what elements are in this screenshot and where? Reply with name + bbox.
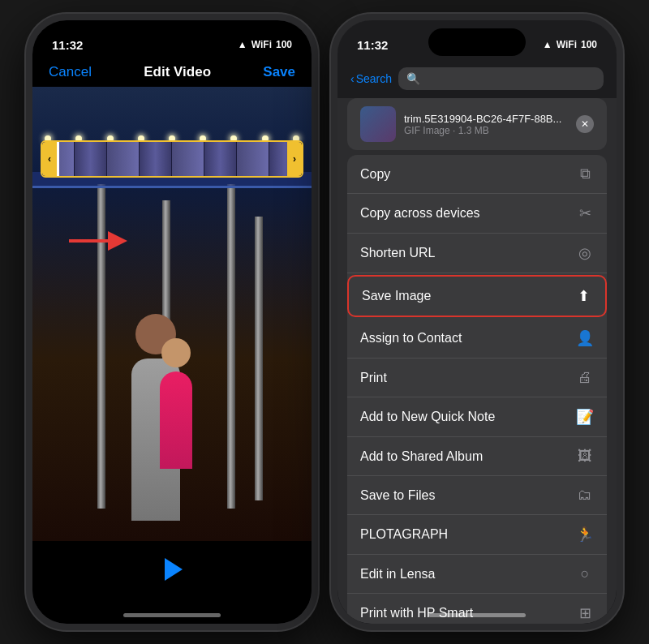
menu-item-copy[interactable]: Copy ⧉ <box>347 155 607 194</box>
play-button[interactable] <box>154 552 190 587</box>
trim-track[interactable]: ‹ › <box>41 140 303 178</box>
menu-item-save-files[interactable]: Save to Files 🗂 <box>347 476 607 515</box>
hp-smart-icon: ⊞ <box>576 604 594 622</box>
file-type: GIF Image · 1.3 MB <box>404 125 576 136</box>
menu-item-shorten-url[interactable]: Shorten URL ◎ <box>347 234 607 273</box>
search-input[interactable]: 🔍 <box>398 67 604 90</box>
left-phone: 11:32 ▲ WiFi 100 Cancel Edit Video Save <box>26 14 318 630</box>
file-thumbnail <box>360 106 396 142</box>
edit-video-title: Edit Video <box>144 64 211 80</box>
plotagraph-icon: 🏃 <box>576 526 594 543</box>
menu-item-quick-note[interactable]: Add to New Quick Note 📝 <box>347 397 607 437</box>
status-icons-right: ▲ WiFi 100 <box>543 39 597 50</box>
file-name: trim.5E319904-BC26-4F7F-88B... <box>404 113 576 125</box>
menu-item-print[interactable]: Print 🖨 <box>347 358 607 397</box>
menu-item-hp-smart[interactable]: Print with HP Smart ⊞ <box>347 594 607 624</box>
search-bar: ‹ Search 🔍 <box>337 62 617 98</box>
menu-item-assign-contact[interactable]: Assign to Contact 👤 <box>347 319 607 358</box>
menu-item-plotagraph[interactable]: PLOTAGRAPH 🏃 <box>347 515 607 555</box>
home-indicator[interactable] <box>123 613 221 617</box>
copy-across-icon: ✂ <box>576 204 594 222</box>
save-files-icon: 🗂 <box>576 487 594 504</box>
save-button[interactable]: Save <box>263 64 295 80</box>
copy-label: Copy <box>360 167 390 182</box>
trim-handle-left[interactable]: ‹ <box>42 142 57 176</box>
shorten-url-label: Shorten URL <box>360 246 436 260</box>
dynamic-island-right <box>428 28 526 56</box>
people-group <box>91 281 253 541</box>
lensa-icon: ○ <box>576 565 594 582</box>
quick-note-label: Add to New Quick Note <box>360 410 495 424</box>
play-icon <box>165 558 183 581</box>
file-close-button[interactable]: ✕ <box>576 115 594 133</box>
plotagraph-label: PLOTAGRAPH <box>360 527 448 542</box>
menu-item-save-image[interactable]: Save Image ⬆ <box>347 275 607 317</box>
share-menu-list: Copy ⧉ Copy across devices ✂ Shorten URL… <box>347 155 607 624</box>
print-icon: 🖨 <box>576 369 594 386</box>
trim-handle-right[interactable]: › <box>287 142 302 176</box>
save-files-label: Save to Files <box>360 488 435 503</box>
menu-item-copy-across[interactable]: Copy across devices ✂ <box>347 194 607 234</box>
print-label: Print <box>360 371 387 385</box>
save-image-icon: ⬆ <box>574 287 592 305</box>
home-indicator-right[interactable] <box>428 613 526 617</box>
dynamic-island <box>123 28 221 56</box>
menu-item-lensa[interactable]: Edit in Lensa ○ <box>347 555 607 594</box>
video-controls <box>32 541 312 606</box>
cancel-button[interactable]: Cancel <box>49 64 92 80</box>
trim-bar[interactable]: ‹ › <box>41 140 303 178</box>
file-info: trim.5E319904-BC26-4F7F-88B... GIF Image… <box>404 113 576 136</box>
status-icons-left: ▲ WiFi 100 <box>238 39 292 50</box>
shared-album-icon: 🖼 <box>576 448 594 465</box>
child-person <box>156 338 196 460</box>
lensa-label: Edit in Lensa <box>360 567 436 582</box>
playhead <box>57 140 59 178</box>
search-icon: 🔍 <box>406 72 420 85</box>
shared-album-label: Add to Shared Album <box>360 449 483 464</box>
edit-video-nav: Cancel Edit Video Save <box>32 62 312 87</box>
assign-contact-icon: 👤 <box>576 329 594 347</box>
red-arrow <box>65 229 130 256</box>
menu-item-shared-album[interactable]: Add to Shared Album 🖼 <box>347 437 607 476</box>
time-right: 11:32 <box>357 38 388 52</box>
assign-contact-label: Assign to Contact <box>360 331 462 346</box>
time-left: 11:32 <box>52 38 83 52</box>
right-phone: 11:32 ▲ WiFi 100 ‹ Search 🔍 trim.5E3199 <box>331 14 623 630</box>
carousel-pole-4 <box>255 217 263 500</box>
quick-note-icon: 📝 <box>576 408 594 426</box>
search-back-label: Search <box>356 72 392 85</box>
copy-across-label: Copy across devices <box>360 206 480 221</box>
save-image-label: Save Image <box>362 289 431 303</box>
shorten-url-icon: ◎ <box>576 244 594 262</box>
copy-icon: ⧉ <box>576 165 594 182</box>
file-header: trim.5E319904-BC26-4F7F-88B... GIF Image… <box>347 98 607 150</box>
search-back-button[interactable]: ‹ Search <box>350 72 392 85</box>
